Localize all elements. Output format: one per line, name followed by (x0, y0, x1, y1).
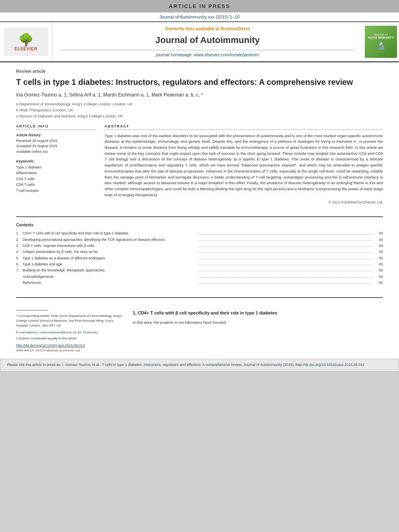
autoimmunity-badge: Journal of AUTO IMMUNITY 🔬 (365, 26, 397, 58)
equal-contrib-note: 1 Authors contributed equally to this ar… (16, 336, 125, 341)
article-body-columns: ARTICLE INFO Article history: Received 2… (16, 124, 383, 205)
contents-dots-1: ········································… (199, 231, 373, 234)
keyword-2: Inflammation (16, 170, 97, 176)
section-divider-2 (16, 297, 383, 298)
journal-header: 🌳 ELSEVIER Contents lists available at S… (0, 21, 399, 62)
abstract-column: ABSTRACT Type 1 diabetes was one of the … (105, 124, 383, 205)
article-in-press-banner: ARTICLE IN PRESS (0, 0, 399, 12)
contents-dots-6: ········································… (199, 262, 373, 265)
contents-num-6: 6. (16, 261, 23, 267)
citation-text: Please cite this article in press as: I.… (7, 363, 294, 367)
contents-label-5: Type 1 diabetes as a disease of differen… (23, 255, 197, 261)
article-main: Review article T cells in type 1 diabete… (0, 62, 399, 211)
section1-title: 1. CD4+ T cells with β cell specificity … (133, 310, 383, 316)
footnotes-column: * Corresponding author. Peter Gorer Depa… (16, 310, 125, 352)
section1-column: 1. CD4+ T cells with β cell specificity … (133, 310, 383, 352)
badge-main-title: AUTO IMMUNITY (368, 36, 394, 40)
contents-num-2: 2. (16, 237, 23, 243)
header-divider (60, 50, 355, 50)
contents-label-6: Type 1 diabetes and age (23, 261, 197, 267)
contents-section: Contents 1. CD4+ T cells with β cell spe… (0, 223, 399, 292)
contents-page-3: 00 (375, 243, 383, 249)
contents-page-4: 00 (375, 249, 383, 255)
contents-item-5: 5. Type 1 diabetes as a disease of diffe… (16, 255, 383, 261)
contents-item-ack: Acknowledgements ·······················… (16, 274, 383, 280)
contents-num-1: 1. (16, 230, 23, 236)
contents-num-3: 3. (16, 243, 23, 249)
abstract-text: Type 1 diabetes was one of the earliest … (105, 133, 383, 198)
article-info-column: ARTICLE INFO Article history: Received 2… (16, 124, 97, 205)
keywords-block: Keywords: Type 1 diabetes Inflammation C… (16, 159, 97, 193)
email-link[interactable]: mark.peakman@kcl.ac.uk (39, 331, 76, 334)
doi-link[interactable]: http://dx.doi.org/10.1016/j.jaut.2015.08… (16, 343, 125, 347)
contents-label-7: Building on the knowledge; therapeutic a… (23, 267, 197, 273)
contents-label-3: CD8 T cells; cognate interactions with β… (23, 243, 197, 249)
issn-text: 0896-8411/© 2015 Published by Elsevier L… (16, 349, 125, 352)
citation-bar: Please cite this article in press as: I.… (0, 359, 399, 372)
contents-list: 1. CD4+ T cells with β cell specificity … (16, 230, 383, 286)
keyword-5: T cell receptor (16, 188, 97, 193)
received-date: Received 20 August 2015 (16, 138, 97, 144)
contents-page-1: 00 (375, 230, 383, 236)
contents-num-5: 5. (16, 255, 23, 261)
homepage-url[interactable]: www.elsevier.com/locate/jautimm (194, 52, 259, 57)
history-label: Article history: (16, 133, 97, 137)
journal-title-area: Contents lists available at ScienceDirec… (52, 22, 363, 61)
contents-label-1: CD4+ T cells with β cell specificity and… (23, 230, 197, 236)
contents-dots-ref: ········································… (199, 281, 373, 284)
sciencedirect-label: Contents lists available at ScienceDirec… (165, 26, 250, 31)
contents-page-7: 00 (375, 267, 383, 273)
section1-text: In this area, the projects in our labora… (133, 320, 383, 326)
keyword-1: Type 1 diabetes (16, 164, 97, 170)
contents-item-6: 6. Type 1 diabetes and age ·············… (16, 261, 383, 267)
article-info-header: ARTICLE INFO (16, 124, 97, 130)
contents-item-1: 1. CD4+ T cells with β cell specificity … (16, 230, 383, 236)
contents-label-4: Antigen presentation by β cells; the sto… (23, 249, 197, 255)
contents-page-2: 00 (375, 237, 383, 243)
keyword-4: CD8 T cells (16, 182, 97, 187)
contents-item-3: 3. CD8 T cells; cognate interactions wit… (16, 243, 383, 249)
available-online: Available online xxx (16, 149, 97, 155)
bottom-section: * Corresponding author. Peter Gorer Depa… (0, 304, 399, 359)
abstract-header: ABSTRACT (105, 124, 383, 130)
sciencedirect-link[interactable]: ScienceDirect (221, 26, 250, 31)
autoimmunity-badge-area: Journal of AUTO IMMUNITY 🔬 (363, 22, 399, 61)
citation-doi[interactable]: http://dx.doi.org/10.1016/j.jaut.2015.08… (296, 363, 364, 367)
email-line: E-mail address: mark.peakman@kcl.ac.uk (… (16, 331, 125, 334)
contents-dots-ack: ········································… (199, 275, 373, 278)
copyright-line: © 2015 Published by Elsevier Ltd. (105, 200, 383, 204)
contents-label-2: Developing personalized approaches: iden… (23, 237, 197, 243)
contents-num-7: 7. (16, 267, 23, 273)
contents-dots-4: ········································… (199, 250, 373, 253)
contents-item-2: 2. Developing personalized approaches: i… (16, 237, 383, 243)
elsevier-tree-icon: 🌳 (19, 33, 33, 47)
corresponding-author-text: * Corresponding author. Peter Gorer Depa… (16, 314, 125, 328)
contents-num-4: 4. (16, 249, 23, 255)
contents-dots-5: ········································… (199, 256, 373, 259)
affiliation-a: a Department of Immunobiology, King's Co… (16, 101, 383, 107)
contents-page-5: 00 (375, 255, 383, 261)
contents-label-ack: Acknowledgements (23, 274, 197, 280)
contents-dots-2: ········································… (199, 238, 373, 241)
elsevier-text: ELSEVIER (14, 47, 37, 51)
article-type-label: Review article (16, 69, 383, 74)
journal-homepage: journal homepage: www.elsevier.com/locat… (156, 52, 259, 57)
contents-title: Contents (16, 223, 383, 227)
article-history-block: Article history: Received 20 August 2015… (16, 133, 97, 155)
contents-item-7: 7. Building on the knowledge; therapeuti… (16, 267, 383, 273)
article-title: T cells in type 1 diabetes: Instructors,… (16, 77, 383, 87)
footnote-divider (16, 310, 48, 310)
contents-label-ref: References (23, 280, 197, 286)
journal-title: Journal of Autoimmunity (155, 35, 260, 45)
contents-page-6: 00 (375, 261, 383, 267)
accepted-date: Accepted 20 August 2015 (16, 144, 97, 149)
contents-page-ref: 00 (375, 280, 383, 286)
contents-dots-3: ········································… (199, 244, 373, 247)
affiliations: a Department of Immunobiology, King's Co… (16, 101, 383, 119)
keyword-3: CD4 T cells (16, 176, 97, 182)
keywords-label: Keywords: (16, 159, 97, 163)
section-divider-1 (16, 216, 383, 217)
contents-dots-7: ········································… (199, 268, 373, 271)
contents-page-ack: 00 (375, 274, 383, 280)
contents-item-4: 4. Antigen presentation by β cells; the … (16, 249, 383, 255)
